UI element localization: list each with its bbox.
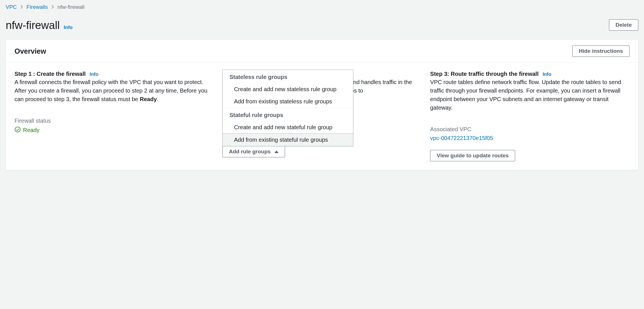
associated-vpc-label: Associated VPC — [430, 126, 629, 133]
breadcrumb-vpc[interactable]: VPC — [6, 4, 17, 10]
step2-column: Step 2: Configure the firewall policy In… — [222, 71, 422, 161]
view-guide-button[interactable]: View guide to update routes — [430, 150, 515, 161]
page-info-link[interactable]: Info — [64, 25, 73, 30]
add-rule-groups-menu: Stateless rule groups Create and add new… — [222, 70, 353, 146]
menu-header-stateless: Stateless rule groups — [223, 70, 353, 83]
breadcrumb-current: nfw-firewall — [57, 4, 84, 10]
step1-description: A firewall connects the firewall policy … — [15, 78, 214, 103]
add-rule-groups-label: Add rule groups — [229, 149, 271, 155]
delete-button[interactable]: Delete — [609, 19, 638, 31]
breadcrumb: VPC Firewalls nfw-firewall — [6, 0, 638, 14]
step1-column: Step 1 : Create the firewall Info A fire… — [15, 71, 214, 161]
firewall-status-label: Firewall status — [15, 118, 214, 124]
menu-item-create-stateful[interactable]: Create and add new stateful rule group — [223, 121, 353, 133]
step3-info-link[interactable]: Info — [542, 72, 551, 77]
step3-column: Step 3: Route traffic through the firewa… — [430, 71, 629, 161]
menu-item-create-stateless[interactable]: Create and add new stateless rule group — [223, 83, 353, 95]
check-circle-icon — [15, 126, 21, 134]
step1-info-link[interactable]: Info — [90, 72, 98, 77]
page-header: nfw-firewall Info Delete — [6, 14, 638, 39]
firewall-status-text: Ready — [23, 127, 40, 133]
triangle-up-icon — [274, 151, 278, 153]
menu-item-existing-stateless[interactable]: Add from existing stateless rule groups — [223, 95, 353, 108]
hide-instructions-button[interactable]: Hide instructions — [572, 45, 629, 57]
breadcrumb-firewalls[interactable]: Firewalls — [26, 4, 48, 10]
chevron-right-icon — [20, 4, 23, 10]
firewall-status-value: Ready — [15, 126, 214, 134]
step3-description: VPC route tables define network traffic … — [430, 78, 629, 112]
associated-vpc-link[interactable]: vpc-00472221370e15f05 — [430, 135, 493, 141]
page-title: nfw-firewall — [6, 19, 60, 32]
overview-title: Overview — [15, 47, 46, 55]
menu-item-existing-stateful[interactable]: Add from existing stateful rule groups — [223, 133, 353, 146]
overview-panel: Overview Hide instructions Step 1 : Crea… — [6, 39, 638, 170]
step3-heading: Step 3: Route traffic through the firewa… — [430, 71, 538, 77]
step1-heading: Step 1 : Create the firewall — [15, 71, 86, 77]
add-rule-groups-button[interactable]: Add rule groups — [222, 146, 285, 157]
svg-point-0 — [15, 127, 20, 132]
chevron-right-icon — [51, 4, 54, 10]
overview-header: Overview Hide instructions — [6, 40, 638, 63]
menu-header-stateful: Stateful rule groups — [223, 108, 353, 121]
